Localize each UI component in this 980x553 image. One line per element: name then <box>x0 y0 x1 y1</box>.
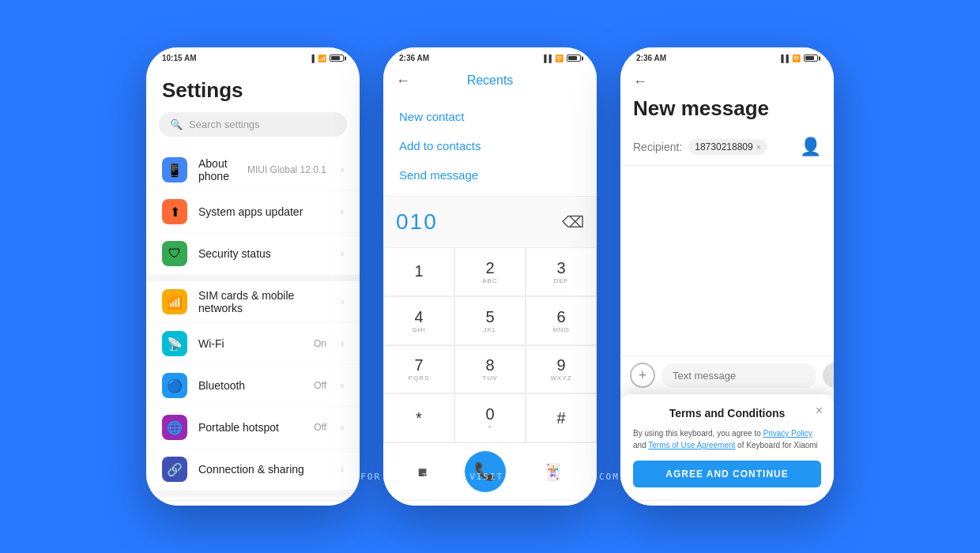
signal-icon: ▐ <box>310 55 315 62</box>
wifi-text: Wi-Fi <box>198 337 303 350</box>
settings-item-wifi[interactable]: 📡 Wi-Fi On › <box>146 323 360 365</box>
security-text: Security status <box>198 247 330 260</box>
chevron-icon: › <box>341 464 344 475</box>
dialer-number: 010 <box>396 209 438 235</box>
dial-key-4[interactable]: 4GHI <box>383 296 454 345</box>
terms-close-button[interactable]: × <box>816 404 823 418</box>
battery-icon-2 <box>567 55 581 62</box>
dial-key-3[interactable]: 3DEF <box>526 247 597 296</box>
connection-icon: 🔗 <box>162 457 187 482</box>
chevron-icon: › <box>341 248 344 259</box>
bluetooth-value: Off <box>314 380 326 391</box>
message-title: New message <box>633 96 821 121</box>
recents-title: Recents <box>467 73 514 88</box>
search-bar[interactable]: 🔍 Search settings <box>159 112 347 137</box>
connection-label: Connection & sharing <box>198 463 330 476</box>
dialer-grid: 1 2ABC 3DEF 4GHI 5JKL 6MNO 7PQRS 8TUV 9W… <box>383 247 597 442</box>
dial-key-6[interactable]: 6MNO <box>526 296 597 345</box>
status-icons-2: ▐▐ 🛜 <box>541 55 581 62</box>
sim-text: SIM cards & mobile networks <box>198 289 330 314</box>
terms-of-use-link[interactable]: Terms of Use Agreement <box>648 441 735 450</box>
status-icons-1: ▐ 📶 <box>310 55 344 62</box>
settings-item-bluetooth[interactable]: 🔵 Bluetooth Off › <box>146 365 360 407</box>
settings-screen: Settings 🔍 Search settings 📱 About phone… <box>146 66 360 500</box>
message-header: ← New message <box>620 66 834 129</box>
recipient-chip[interactable]: 18730218809 × <box>688 139 767 155</box>
hotspot-value: Off <box>314 422 326 433</box>
send-message-action[interactable]: Send message <box>399 160 581 190</box>
dialer-section: 010 ⌫ 1 2ABC 3DEF 4GHI 5JKL 6MNO 7PQRS 8… <box>383 196 597 500</box>
dial-key-0[interactable]: 0+ <box>454 393 526 442</box>
chevron-icon: › <box>341 422 344 433</box>
settings-item-connection[interactable]: 🔗 Connection & sharing › <box>146 449 360 491</box>
phone-message: 2:36 AM ▐▐ 🛜 ← New message Recipient: 18… <box>620 47 834 506</box>
signal-icon-2: ▐▐ <box>541 55 552 62</box>
wifi-label: Wi-Fi <box>198 337 303 350</box>
dial-key-8[interactable]: 8TUV <box>454 345 526 394</box>
status-bar-1: 10:15 AM ▐ 📶 <box>146 47 360 66</box>
send-button[interactable]: ↑ <box>823 363 834 388</box>
settings-item-hotspot[interactable]: 🌐 Portable hotspot Off › <box>146 407 360 449</box>
settings-item-updater[interactable]: ⬆ System apps updater › <box>146 191 360 233</box>
divider <box>146 275 360 281</box>
dial-key-7[interactable]: 7PQRS <box>383 345 454 394</box>
bluetooth-text: Bluetooth <box>198 379 303 392</box>
agree-button[interactable]: AGREE AND CONTINUE <box>633 461 821 487</box>
chevron-icon: › <box>341 296 344 307</box>
wifi-icon-2: 🛜 <box>555 55 564 62</box>
dial-key-9[interactable]: 9WXYZ <box>526 345 597 394</box>
time-3: 2:36 AM <box>636 54 666 62</box>
attach-button[interactable]: + <box>630 363 655 388</box>
bluetooth-label: Bluetooth <box>198 379 303 392</box>
recipient-number: 18730218809 <box>695 141 752 152</box>
new-contact-action[interactable]: New contact <box>399 102 581 131</box>
dial-key-star[interactable]: * <box>383 393 454 442</box>
chevron-icon: › <box>341 380 344 391</box>
nav-bar-2 <box>383 500 597 506</box>
terms-text-mid: and <box>633 441 648 450</box>
updater-icon: ⬆ <box>162 199 187 224</box>
phone-settings: 10:15 AM ▐ 📶 Settings 🔍 Search settings … <box>146 47 360 506</box>
chevron-icon: › <box>341 338 344 349</box>
status-bar-2: 2:36 AM ▐▐ 🛜 <box>383 47 597 66</box>
message-spacer <box>620 166 834 356</box>
about-label: About phone <box>198 157 236 182</box>
back-button[interactable]: ← <box>396 73 410 89</box>
add-to-contacts-action[interactable]: Add to contacts <box>399 131 581 160</box>
chevron-icon: › <box>341 164 344 175</box>
recipient-label: Recipient: <box>633 141 682 153</box>
connection-text: Connection & sharing <box>198 463 330 476</box>
dial-key-hash[interactable]: # <box>526 393 597 442</box>
privacy-policy-link[interactable]: Privacy Policy <box>763 429 812 438</box>
hotspot-text: Portable hotspot <box>198 421 303 434</box>
page-title: Settings <box>146 66 360 112</box>
settings-item-about[interactable]: 📱 About phone MIUI Global 12.0.1 › <box>146 149 360 191</box>
contact-picker-icon[interactable]: 👤 <box>800 137 821 157</box>
terms-overlay: × Terms and Conditions By using this key… <box>620 394 834 500</box>
updater-text: System apps updater <box>198 205 330 218</box>
sim-label: SIM cards & mobile networks <box>198 289 330 314</box>
time-1: 10:15 AM <box>162 54 197 62</box>
nav-bar-1 <box>146 500 360 506</box>
dial-key-5[interactable]: 5JKL <box>454 296 526 345</box>
chevron-icon: › <box>341 206 344 217</box>
back-button-msg[interactable]: ← <box>633 73 647 89</box>
status-bar-3: 2:36 AM ▐▐ 🛜 <box>620 47 834 66</box>
hotspot-icon: 🌐 <box>162 415 187 440</box>
dialer-display: 010 ⌫ <box>383 196 597 247</box>
settings-item-sim[interactable]: 📶 SIM cards & mobile networks › <box>146 281 360 323</box>
settings-item-security[interactable]: 🛡 Security status › <box>146 233 360 275</box>
bluetooth-icon: 🔵 <box>162 373 187 398</box>
dial-key-1[interactable]: 1 <box>383 247 454 296</box>
hotspot-label: Portable hotspot <box>198 421 303 434</box>
security-label: Security status <box>198 247 330 260</box>
terms-text: By using this keyboard, you agree to Pri… <box>633 427 821 451</box>
about-value: MIUI Global 12.0.1 <box>247 164 326 175</box>
backspace-button[interactable]: ⌫ <box>562 213 584 231</box>
status-icons-3: ▐▐ 🛜 <box>778 55 818 62</box>
remove-recipient-button[interactable]: × <box>756 142 761 152</box>
message-input[interactable] <box>662 363 816 388</box>
dial-key-2[interactable]: 2ABC <box>454 247 526 296</box>
wifi-icon-3: 🛜 <box>792 55 801 62</box>
message-screen: ← New message Recipient: 18730218809 × 👤… <box>620 66 834 500</box>
